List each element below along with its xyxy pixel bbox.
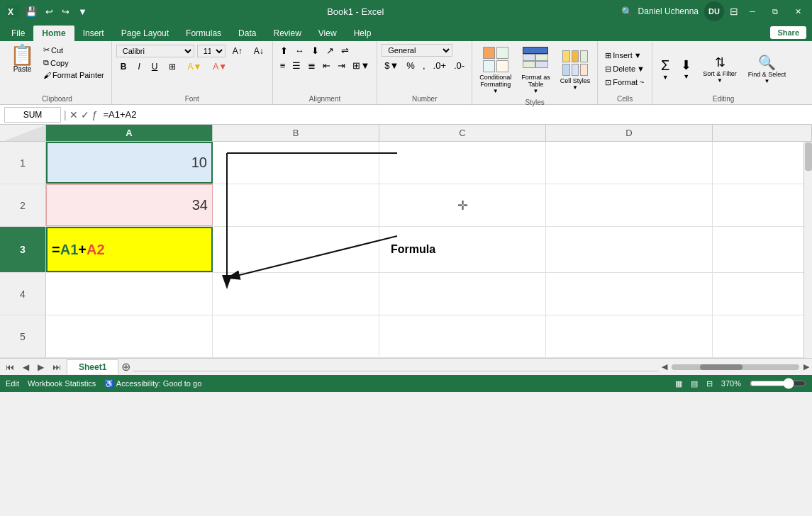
fill-button[interactable]: ⬇ ▼ xyxy=(677,56,696,82)
tab-page-layout[interactable]: Page Layout xyxy=(113,26,177,41)
sort-filter-button[interactable]: ⇅ Sort & Filter ▼ xyxy=(699,53,741,85)
tab-formulas[interactable]: Formulas xyxy=(177,26,230,41)
cut-button[interactable]: ✂Cut xyxy=(40,44,107,56)
cell-c3[interactable]: Formula xyxy=(379,227,546,272)
accounting-format-button[interactable]: $▼ xyxy=(382,59,401,72)
merge-center-button[interactable]: ⊞▼ xyxy=(350,59,372,72)
redo-icon[interactable]: ↪ xyxy=(59,5,72,18)
cell-a3[interactable]: =A1+A2 xyxy=(46,227,213,272)
align-top-button[interactable]: ⬆ xyxy=(277,44,291,57)
font-color-button[interactable]: A▼ xyxy=(208,60,231,74)
underline-button[interactable]: U xyxy=(148,60,162,74)
horizontal-scrollbar[interactable] xyxy=(672,364,799,370)
wrap-text-button[interactable]: ⇌ xyxy=(338,44,352,57)
cell-b4[interactable] xyxy=(213,273,379,315)
decrease-decimal-button[interactable]: .0- xyxy=(451,59,467,72)
decrease-indent-button[interactable]: ⇤ xyxy=(320,59,333,72)
cell-b3[interactable] xyxy=(213,227,379,272)
column-header-a[interactable]: A xyxy=(46,125,213,141)
share-button[interactable]: Share xyxy=(770,26,806,39)
tab-insert[interactable]: Insert xyxy=(74,26,113,41)
cell-a5[interactable] xyxy=(46,315,213,357)
row-header-5[interactable]: 5 xyxy=(0,315,46,357)
cell-e5[interactable] xyxy=(713,315,812,357)
increase-decimal-button[interactable]: .0+ xyxy=(430,59,449,72)
row-header-1[interactable]: 1 xyxy=(0,142,46,184)
row-header-4[interactable]: 4 xyxy=(0,273,46,315)
column-header-c[interactable]: C xyxy=(379,125,546,141)
cell-b1[interactable] xyxy=(213,142,379,184)
cell-e3[interactable] xyxy=(713,227,812,272)
tab-home[interactable]: Home xyxy=(33,26,74,41)
cancel-formula-icon[interactable]: ✕ xyxy=(69,109,78,120)
fill-color-button[interactable]: A▼ xyxy=(183,60,206,74)
decrease-font-size-button[interactable]: A↓ xyxy=(250,44,268,58)
tab-view[interactable]: View xyxy=(310,26,345,41)
sheet-nav-left-start[interactable]: ⏮ xyxy=(3,361,17,374)
italic-button[interactable]: I xyxy=(133,60,144,74)
name-box[interactable] xyxy=(4,107,61,123)
align-right-button[interactable]: ≣ xyxy=(305,59,318,72)
cell-d3[interactable] xyxy=(546,227,713,272)
cell-e4[interactable] xyxy=(713,273,812,315)
find-select-button[interactable]: 🔍 Find & Select ▼ xyxy=(744,52,791,86)
border-button[interactable]: ⊞ xyxy=(165,60,180,74)
sheet-nav-left[interactable]: ◀ xyxy=(20,361,32,374)
font-family-select[interactable]: Calibri xyxy=(116,45,194,57)
restore-button[interactable]: ⧉ xyxy=(767,3,784,20)
format-as-table-button[interactable]: Format asTable ▼ xyxy=(518,44,553,97)
minimize-button[interactable]: ─ xyxy=(744,3,761,20)
cell-a2[interactable]: 34 xyxy=(46,184,213,226)
ribbon-display-icon[interactable]: ⊟ xyxy=(730,6,738,17)
cell-d4[interactable] xyxy=(546,273,713,315)
tab-data[interactable]: Data xyxy=(230,26,265,41)
zoom-slider[interactable] xyxy=(750,378,806,389)
column-header-e[interactable] xyxy=(713,125,812,141)
align-middle-button[interactable]: ↔ xyxy=(292,44,307,57)
increase-font-size-button[interactable]: A↑ xyxy=(228,44,247,58)
copy-button[interactable]: ⧉Copy xyxy=(40,57,107,69)
add-sheet-button[interactable]: ⊕ xyxy=(121,360,130,374)
workbook-statistics-button[interactable]: Workbook Statistics xyxy=(28,379,96,388)
font-size-select[interactable]: 11 xyxy=(197,45,226,57)
save-icon[interactable]: 💾 xyxy=(23,5,40,18)
conditional-formatting-button[interactable]: ConditionalFormatting ▼ xyxy=(477,44,514,97)
row-header-3[interactable]: 3 xyxy=(0,227,46,272)
cell-e1[interactable] xyxy=(713,142,812,184)
column-header-b[interactable]: B xyxy=(213,125,379,141)
tab-help[interactable]: Help xyxy=(345,26,380,41)
cell-d2[interactable] xyxy=(546,184,713,226)
vertical-scrollbar[interactable] xyxy=(803,142,812,358)
insert-function-icon[interactable]: ƒ xyxy=(92,109,98,120)
format-painter-button[interactable]: 🖌Format Painter xyxy=(40,69,107,81)
autosum-button[interactable]: Σ ▼ xyxy=(657,56,674,82)
view-normal-icon[interactable]: ▦ xyxy=(675,379,682,388)
cell-c4[interactable] xyxy=(379,273,546,315)
cell-d1[interactable] xyxy=(546,142,713,184)
percent-button[interactable]: % xyxy=(404,59,418,72)
close-button[interactable]: ✕ xyxy=(789,3,806,20)
cell-a4[interactable] xyxy=(46,273,213,315)
view-pagebreak-icon[interactable]: ⊟ xyxy=(706,379,713,388)
view-layout-icon[interactable]: ▤ xyxy=(691,379,698,388)
row-header-2[interactable]: 2 xyxy=(0,184,46,226)
sheet-nav-right-end[interactable]: ⏭ xyxy=(50,361,64,374)
column-header-d[interactable]: D xyxy=(546,125,713,141)
sheet-nav-right[interactable]: ▶ xyxy=(35,361,47,374)
align-center-button[interactable]: ☰ xyxy=(289,59,304,72)
insert-cells-button[interactable]: ⊞ Insert ▼ xyxy=(602,50,647,62)
comma-button[interactable]: , xyxy=(420,59,428,72)
cell-styles-button[interactable]: Cell Styles ▼ xyxy=(557,47,594,94)
bold-button[interactable]: B xyxy=(116,60,131,74)
increase-indent-button[interactable]: ⇥ xyxy=(335,59,348,72)
search-icon[interactable]: 🔍 xyxy=(621,6,633,17)
align-left-button[interactable]: ≡ xyxy=(277,59,289,72)
sheet-tab-sheet1[interactable]: Sheet1 xyxy=(67,359,118,374)
text-angle-button[interactable]: ↗ xyxy=(323,44,337,57)
delete-cells-button[interactable]: ⊟ Delete ▼ xyxy=(602,63,647,75)
number-format-select[interactable]: General xyxy=(382,44,452,57)
cell-c2[interactable]: ✛ xyxy=(379,184,546,226)
cell-e2[interactable] xyxy=(713,184,812,226)
paste-button[interactable]: 📋 Paste xyxy=(7,44,38,81)
cell-c5[interactable] xyxy=(379,315,546,357)
